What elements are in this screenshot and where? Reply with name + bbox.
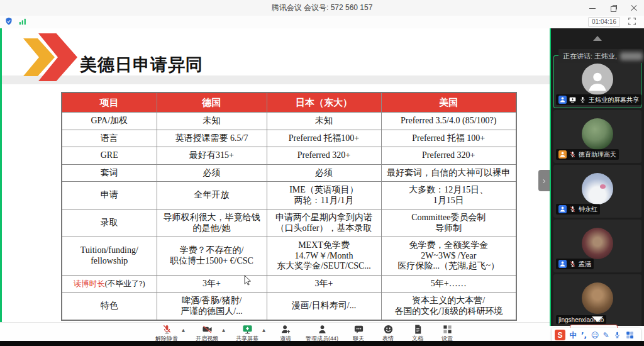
close-icon[interactable]	[630, 4, 638, 12]
table-cell: Committee委员会制 导师制	[381, 209, 516, 237]
row-label: 申请	[62, 182, 157, 209]
ime-smiley-icon[interactable]: ☺	[591, 332, 599, 339]
member-icon	[558, 205, 567, 213]
toolbar-chat-button[interactable]: 聊天	[349, 324, 368, 343]
ime-punctuation-icon[interactable]: ’,	[581, 332, 587, 339]
ime-pen-icon[interactable]: ✎	[603, 332, 609, 339]
participants-sidebar: 正在讲话: 王炜业, 王炜业的屏幕共享德育助理高天钟永红孟涵jingshenxi…	[550, 28, 644, 326]
table-row: Tuition/funding/ fellowship学费？不存在的/ 职位博士…	[62, 237, 516, 276]
table-cell: 必须	[157, 164, 267, 182]
table-cell: 啤酒/香肠/猪肘/ 严谨的德国人/...	[157, 293, 267, 321]
row-label: 套词	[62, 164, 157, 182]
row-label: 读博时长(不毕业了?)	[62, 275, 157, 293]
member-icon	[558, 96, 567, 104]
table-body: GPA/加权未知未知Preferred 3.5/4.0 (85/100?)语言英…	[62, 113, 516, 321]
row-label: Tuition/funding/ fellowship	[62, 237, 157, 276]
scroll-down-arrow-icon[interactable]	[592, 316, 603, 322]
participant-name: 德育助理高天	[579, 150, 616, 159]
mic-muted-icon	[569, 205, 577, 213]
table-cell: 最好套词，自信的大神可以裸申	[381, 164, 516, 182]
table-cell: 漫画/日料寿司/...	[267, 293, 381, 321]
table-row: GPA/加权未知未知Preferred 3.5/4.0 (85/100?)	[62, 113, 516, 130]
row-label: GRE	[62, 147, 157, 165]
mic-muted-red-icon	[162, 324, 172, 335]
sidebar-collapse-handle[interactable]: ›	[538, 170, 550, 191]
toolbar-unmute-button[interactable]: 解除静音	[155, 324, 178, 343]
table-header-row: 项目德国日本（东大）美国	[62, 92, 516, 113]
expand-arrow-icon[interactable]: ▲	[222, 328, 225, 333]
table-cell: MEXT免学费 14.7W￥/Month 东大奖学金/SEUT/CSC...	[267, 237, 381, 276]
participant-tile[interactable]: 孟涵	[553, 220, 641, 272]
scroll-up-arrow-icon[interactable]	[593, 36, 602, 41]
chat-icon	[353, 324, 364, 335]
table-row: 套词必须必须最好套词，自信的大神可以裸申	[62, 164, 516, 182]
row-label: 语言	[62, 130, 157, 147]
participant-tile[interactable]: 德育助理高天	[553, 110, 641, 163]
participant-name: 孟涵	[579, 260, 591, 269]
table-cell: 5年+……	[381, 275, 516, 293]
minimize-icon[interactable]	[589, 4, 596, 12]
ime-chinese-mode-icon[interactable]: 中	[570, 332, 577, 339]
table-cell: Preferred 3.5/4.0 (85/100?)	[381, 113, 516, 130]
row-label: 特色	[62, 293, 157, 321]
table-cell: 申请两个星期内拿到内诺 （口头offer），基本录取	[267, 209, 381, 237]
participant-tile[interactable]: 王炜业的屏幕共享	[553, 55, 641, 108]
speaking-tooltip: 正在讲话: 王炜业,	[558, 49, 643, 63]
member-icon	[558, 260, 567, 268]
participant-nameplate: 钟永红	[556, 204, 600, 215]
participant-list: 王炜业的屏幕共享德育助理高天钟永红孟涵jingshenxiaohuo	[553, 55, 641, 326]
meeting-infobar: 01:04:16	[0, 16, 644, 28]
table-cell: 导师权利很大，毕竟给钱 的是他/她	[157, 209, 267, 237]
avatar	[582, 118, 613, 150]
table-cell: 未知	[157, 113, 267, 130]
toolbar-settings-button[interactable]: 设置	[438, 324, 457, 343]
table-row: 读博时长(不毕业了?)3年+3年+5年+……	[62, 275, 516, 293]
host-icon	[558, 150, 567, 159]
expand-arrow-icon[interactable]: ▲	[182, 328, 185, 333]
avatar	[582, 173, 613, 204]
table-cell: 免学费，全额奖学金 2W~3W$ /Year 医疗保险...（芜湖,起飞~）	[381, 237, 516, 276]
toolbar-camera-button[interactable]: 开启视频	[196, 324, 218, 343]
table-cell: Preferred 托福 100+	[381, 130, 516, 147]
row-label: GPA/加权	[62, 113, 157, 130]
sogou-logo-icon[interactable]: S	[555, 330, 565, 340]
table-cell: IME（英语项目） 两轮：11月/1月	[267, 182, 381, 209]
toolbar-emoji-button[interactable]: 表情	[379, 324, 397, 343]
screenshare-icon	[569, 96, 577, 104]
avatar	[582, 228, 613, 259]
members-icon	[317, 324, 328, 335]
table-row: 特色啤酒/香肠/猪肘/ 严谨的德国人/...漫画/日料寿司/...资本主义的大本…	[62, 293, 516, 321]
participant-nameplate: 德育助理高天	[556, 149, 619, 160]
table-cell: Preferred 320+	[267, 147, 381, 165]
ime-keyboard-icon[interactable]	[626, 331, 634, 339]
settings-icon	[442, 324, 453, 335]
mouse-cursor	[244, 275, 252, 286]
participant-nameplate: 孟涵	[556, 259, 594, 269]
expand-arrow-icon[interactable]: ▲	[262, 328, 265, 333]
toolbar-members-button[interactable]: 管理成员(44)	[306, 324, 338, 343]
network-signal-icon	[18, 17, 27, 26]
toolbar-docs-button[interactable]: 文档	[408, 324, 427, 343]
row-label: 录取	[62, 209, 157, 237]
table-cell: 未知	[267, 113, 381, 130]
ime-mic-icon[interactable]	[613, 331, 621, 339]
toolbar-share-screen-button[interactable]: 共享屏幕	[236, 324, 258, 343]
fullscreen-icon[interactable]	[628, 17, 636, 26]
table-cell: 学费？不存在的/ 职位博士1500+ €/CSC	[157, 237, 267, 276]
table-cell: 资本主义的大本营/ 各国的文化/顶级的科研环境	[381, 293, 516, 321]
avatar	[582, 282, 613, 314]
invite-icon	[280, 324, 291, 335]
restore-icon[interactable]	[609, 4, 617, 12]
table-cell: 必须	[267, 164, 381, 182]
doc-icon	[413, 324, 423, 335]
participant-tile[interactable]: 钟永红	[553, 165, 641, 218]
table-row: 申请全年开放IME（英语项目） 两轮：11月/1月大多数：12月15日、 1月1…	[62, 182, 516, 209]
table-cell: 最好有315+	[157, 147, 267, 165]
mic-muted-icon	[569, 150, 577, 159]
participant-nameplate: 王炜业的屏幕共享	[556, 94, 641, 105]
slide-title: 美德日申请异同	[80, 53, 203, 76]
table-cell: 英语授课需要 6.5/7	[157, 130, 267, 147]
toolbar-invite-button[interactable]: 邀请	[276, 324, 295, 343]
table-cell: 全年开放	[157, 182, 267, 209]
screen-share-green-icon	[242, 324, 253, 335]
